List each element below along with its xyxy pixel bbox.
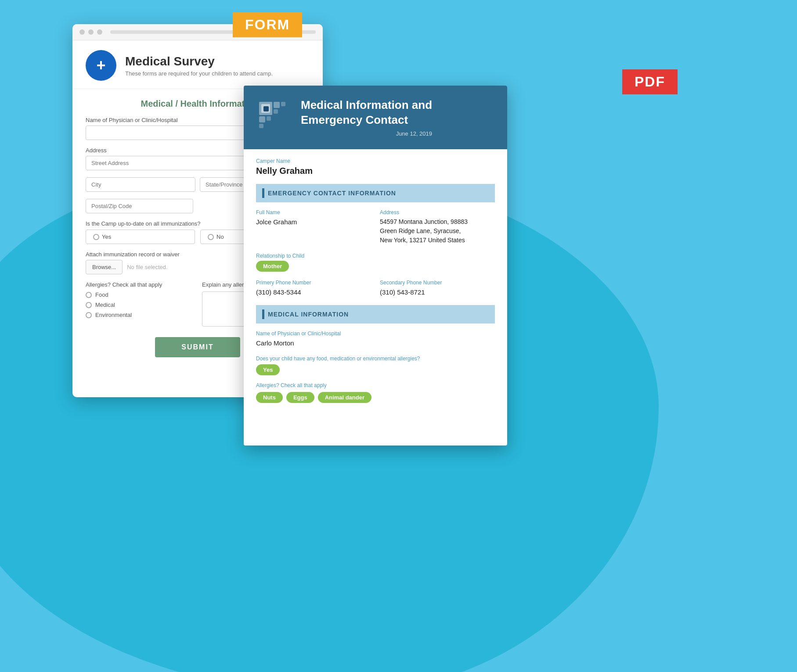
pdf-allergy-tags-group: Allergies? Check all that apply Nuts Egg… [256,382,495,403]
medical-icon: + [86,50,116,81]
environmental-checkbox [86,312,92,318]
relationship-label: Relationship to Child [256,253,371,259]
form-header: + Medical Survey These forms are require… [72,40,323,89]
pdf-body: Camper Name Nelly Graham EMERGENCY CONTA… [244,149,507,419]
primary-phone-value: (310) 843-5344 [256,287,371,298]
address-value-pdf: 54597 Montana Junction, 98883 Green Ridg… [380,217,495,245]
food-checkbox [86,292,92,298]
animal-dander-tag: Animal dander [318,392,371,403]
emergency-right-col: Address 54597 Montana Junction, 98883 Gr… [380,209,495,245]
svg-rect-2 [263,106,269,111]
pdf-header: Medical Information and Emergency Contac… [244,86,507,149]
medical-section-title: MEDICAL INFORMATION [268,311,349,318]
svg-rect-6 [259,116,265,122]
emergency-section-header: EMERGENCY CONTACT INFORMATION [256,184,495,202]
allergy-tags-container: Nuts Eggs Animal dander [256,392,495,403]
full-name-label: Full Name [256,209,371,216]
relationship-pill: Mother [256,261,371,272]
form-title: Medical Survey [125,54,273,68]
svg-rect-4 [281,102,285,106]
svg-rect-5 [274,109,278,114]
secondary-phone-col: Secondary Phone Number (310) 543-8721 [380,280,495,298]
allergies-answer-pill: Yes [256,364,495,375]
medical-section-bar [262,309,264,319]
yes-radio-circle [93,234,99,240]
pdf-date: June 12, 2019 [301,130,432,137]
pdf-physician-value: Carlo Morton [256,338,495,349]
emergency-info-grid: Full Name Jolce Graham Address 54597 Mon… [256,209,495,245]
svg-rect-8 [267,116,271,121]
emergency-left-col: Full Name Jolce Graham [256,209,371,245]
zip-input[interactable] [86,199,193,213]
allergy-food-item[interactable]: Food [86,291,193,298]
allergy-environmental-item[interactable]: Environmental [86,312,193,318]
emergency-phones-grid: Primery Phone Number (310) 843-5344 Seco… [256,280,495,298]
relationship-col: Relationship to Child Mother [256,253,371,272]
no-radio-circle [208,234,214,240]
submit-button[interactable]: SUBMIT [155,337,240,357]
titlebar-dot-3 [97,29,102,35]
medical-checkbox [86,302,92,308]
allergy-medical-item[interactable]: Medical [86,302,193,308]
medical-section-header: MEDICAL INFORMATION [256,305,495,323]
pdf-title: Medical Information and Emergency Contac… [301,98,432,128]
titlebar-dot-2 [88,29,94,35]
mother-pill: Mother [256,261,289,272]
svg-rect-3 [274,102,280,108]
pdf-allergy-tags-label: Allergies? Check all that apply [256,382,495,388]
allergy-checks: Allergies? Check all that apply Food Med… [86,281,193,322]
eggs-tag: Eggs [286,392,314,403]
pdf-title-area: Medical Information and Emergency Contac… [301,98,432,137]
allergies-label: Allergies? Check all that apply [86,281,193,288]
primary-phone-label: Primery Phone Number [256,280,371,286]
svg-rect-7 [259,124,263,128]
form-badge: FORM [233,12,302,37]
no-label: No [216,234,224,240]
pdf-logo [257,100,292,135]
browse-button[interactable]: Browse... [86,260,123,274]
emergency-info-grid-2: Relationship to Child Mother [256,253,495,272]
secondary-phone-label: Secondary Phone Number [380,280,495,286]
form-subtitle: These forms are required for your childr… [125,70,273,77]
camper-name-label: Camper Name [256,158,495,164]
yes-label: Yes [102,234,111,240]
titlebar-dot-1 [79,29,85,35]
pdf-physician-label: Name of Physician or Clinic/Hospital [256,331,495,337]
full-name-value: Jolce Graham [256,217,371,227]
form-title-area: Medical Survey These forms are required … [125,54,273,77]
address-label-pdf: Address [380,209,495,216]
primary-phone-col: Primery Phone Number (310) 843-5344 [256,280,371,298]
pdf-physician-group: Name of Physician or Clinic/Hospital Car… [256,331,495,349]
emergency-section-title: EMERGENCY CONTACT INFORMATION [268,190,396,197]
empty-col [380,253,495,272]
section-bar [262,188,264,198]
pdf-badge: PDF [622,69,678,94]
yes-pill: Yes [256,364,280,375]
allergies-question: Does your child have any food, medicatio… [256,356,495,362]
pdf-window: Medical Information and Emergency Contac… [244,86,507,446]
secondary-phone-value: (310) 543-8721 [380,287,495,298]
medical-label: Medical [95,302,115,308]
environmental-label: Environmental [95,312,132,318]
city-input[interactable] [86,177,195,192]
immunization-yes-option[interactable]: Yes [86,230,195,244]
allergies-question-group: Does your child have any food, medicatio… [256,356,495,375]
food-label: Food [95,291,108,298]
no-file-label: No file selected. [127,264,168,270]
nuts-tag: Nuts [256,392,283,403]
camper-name-value: Nelly Graham [256,166,495,176]
